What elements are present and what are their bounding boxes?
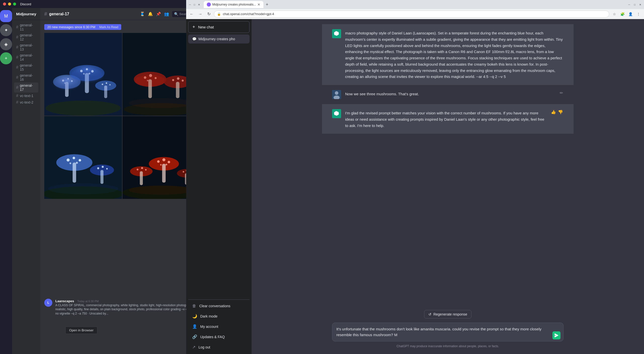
- new-messages-banner[interactable]: 20 new messages since 6:30 PM Mark As Re…: [44, 24, 121, 30]
- edit-message-button[interactable]: ✏: [559, 90, 564, 96]
- lock-icon: 🔒: [217, 12, 221, 16]
- thread-icon[interactable]: 🧵: [140, 12, 145, 16]
- minimize-window-button[interactable]: [8, 3, 11, 6]
- close-win-button[interactable]: ✕: [638, 3, 642, 6]
- regenerate-icon: ↺: [428, 312, 431, 316]
- thumbs-up-button[interactable]: 👍: [550, 109, 556, 115]
- channel-general-15[interactable]: # general-15: [14, 62, 38, 72]
- server-sidebar: M ✦ ◈ +: [0, 8, 12, 354]
- mushroom-image-4: [123, 116, 186, 199]
- message-content: Laanscapes Today at 6:30 PM A CLASS OF S…: [55, 299, 186, 316]
- channel-general-17[interactable]: # general-17: [14, 82, 38, 93]
- new-chat-label: New chat: [198, 25, 214, 29]
- search-placeholder[interactable]: Search: [179, 12, 186, 16]
- channel-general-16[interactable]: # general-16: [14, 72, 38, 82]
- tab-favicon: [207, 3, 211, 7]
- new-tab-button[interactable]: +: [263, 1, 270, 8]
- tab-close-button[interactable]: ✕: [257, 3, 260, 7]
- profile-icon[interactable]: 👤: [627, 11, 634, 18]
- chat-history-item-midjourney[interactable]: 💬 Midjourney creates pho ✏ 🗑: [188, 34, 250, 43]
- channel-vc-text-1[interactable]: # vc-text-1: [14, 93, 38, 99]
- address-bar[interactable]: 🔒 chat.openai.com/chat?model=gpt-4: [214, 11, 609, 18]
- channels-sidebar: Midjourney # general-11 # general-12 # g…: [12, 8, 40, 354]
- dark-mode-label: Dark mode: [200, 314, 217, 318]
- svg-rect-54: [73, 162, 76, 183]
- close-window-button[interactable]: [3, 3, 6, 6]
- message-actions: ✏: [559, 90, 564, 99]
- svg-point-72: [163, 158, 166, 161]
- mark-as-read-button[interactable]: Mark As Read: [99, 25, 118, 29]
- clear-conversations-button[interactable]: 🗑 Clear conversations: [188, 301, 250, 311]
- server-icon-3[interactable]: ◈: [0, 38, 12, 50]
- svg-rect-68: [140, 171, 143, 185]
- midjourney-server-icon[interactable]: M: [0, 10, 12, 22]
- thumbs-down-button[interactable]: 👎: [557, 109, 564, 115]
- server-name[interactable]: Midjourney: [12, 8, 40, 20]
- close-browser-button[interactable]: ✕: [197, 3, 201, 6]
- back-button[interactable]: ←: [188, 11, 195, 18]
- logout-icon: ↗: [192, 345, 195, 349]
- clear-conversations-label: Clear conversations: [199, 304, 230, 308]
- dark-mode-button[interactable]: 🌙 Dark mode: [188, 311, 250, 321]
- channel-hash-icon: #: [16, 65, 18, 70]
- browser-titlebar: ─ □ ✕ Midjourney creates photorealis... …: [186, 0, 644, 9]
- channels-list: # general-11 # general-12 # general-13 #…: [12, 20, 40, 354]
- server-icon-2[interactable]: ✦: [0, 24, 12, 36]
- svg-rect-59: [100, 170, 103, 184]
- bell-icon[interactable]: 🔔: [148, 12, 153, 16]
- send-button[interactable]: [552, 331, 560, 339]
- active-browser-tab[interactable]: Midjourney creates photorealis... ✕: [204, 1, 263, 8]
- messages-area: L Laanscapes Today at 6:30 PM A CLASS OF…: [44, 299, 186, 319]
- chat-input[interactable]: It's unfortunate that the mushrooms don'…: [332, 323, 564, 341]
- message-row: L Laanscapes Today at 6:30 PM A CLASS OF…: [44, 299, 186, 316]
- channel-general-13[interactable]: # general-13: [14, 42, 38, 52]
- chat-scroll[interactable]: macro photography style of Daniel Laan (…: [252, 19, 644, 306]
- extension-icon[interactable]: 🧩: [619, 11, 626, 18]
- restore-win-button[interactable]: □: [633, 3, 636, 6]
- disclaimer: ChatGPT may produce inaccurate informati…: [262, 344, 634, 348]
- svg-point-53: [76, 162, 78, 164]
- account-icon: 👤: [192, 324, 197, 329]
- toolbar-actions: ☆ 🧩 👤 ⋮: [611, 11, 642, 18]
- address-text: chat.openai.com/chat?model=gpt-4: [223, 12, 274, 16]
- svg-point-78: [183, 171, 184, 172]
- updates-faq-label: Updates & FAQ: [200, 335, 225, 339]
- mushroom-image-2: [123, 33, 186, 116]
- members-icon[interactable]: 👥: [164, 12, 169, 16]
- edit-chat-button[interactable]: ✏: [238, 37, 241, 41]
- message-actions-2: 👍 👎: [550, 109, 564, 129]
- user-message-1: Now we see three mushrooms. That's great…: [322, 85, 574, 104]
- chatgpt-main: macro photography style of Daniel Laan (…: [252, 19, 644, 354]
- maximize-browser-button[interactable]: □: [193, 3, 196, 6]
- svg-point-52: [69, 162, 71, 164]
- pin-icon[interactable]: 📌: [156, 12, 161, 16]
- channel-hash-icon: #: [16, 35, 18, 39]
- log-out-button[interactable]: ↗ Log out: [188, 342, 250, 352]
- chat-history-label: Midjourney creates pho: [198, 37, 235, 41]
- more-options-icon[interactable]: ⋮: [635, 11, 642, 18]
- delete-chat-button[interactable]: 🗑: [242, 37, 246, 41]
- updates-faq-button[interactable]: 🔗 Updates & FAQ: [188, 332, 250, 342]
- minimize-win-button[interactable]: ─: [627, 3, 631, 6]
- mushroom-image-grid: [44, 33, 186, 199]
- my-account-button[interactable]: 👤 My account: [188, 322, 250, 331]
- channel-general-12[interactable]: # general-12: [14, 32, 38, 42]
- channel-vc-text-2[interactable]: # vc-text-2: [14, 99, 38, 106]
- maximize-window-button[interactable]: [13, 3, 16, 6]
- channel-hash-icon: #: [16, 94, 18, 98]
- new-chat-button[interactable]: + New chat: [188, 21, 250, 33]
- svg-point-66: [141, 167, 143, 169]
- svg-point-60: [48, 183, 118, 194]
- channel-hash-icon: #: [16, 25, 18, 29]
- reload-button[interactable]: ↻: [205, 11, 212, 18]
- svg-point-71: [157, 160, 160, 163]
- open-in-browser-button[interactable]: Open in Browser: [65, 327, 97, 334]
- minimize-browser-button[interactable]: ─: [188, 3, 192, 6]
- channel-general-11[interactable]: # general-11: [14, 22, 38, 32]
- forward-button[interactable]: →: [197, 11, 204, 18]
- bookmark-icon[interactable]: ☆: [611, 11, 618, 18]
- server-icon-4[interactable]: +: [0, 52, 12, 64]
- channel-general-14[interactable]: # general-14: [14, 52, 38, 62]
- chat-input-wrapper: It's unfortunate that the mushrooms don'…: [332, 323, 564, 342]
- regenerate-response-button[interactable]: ↺ Regenerate response: [424, 310, 472, 319]
